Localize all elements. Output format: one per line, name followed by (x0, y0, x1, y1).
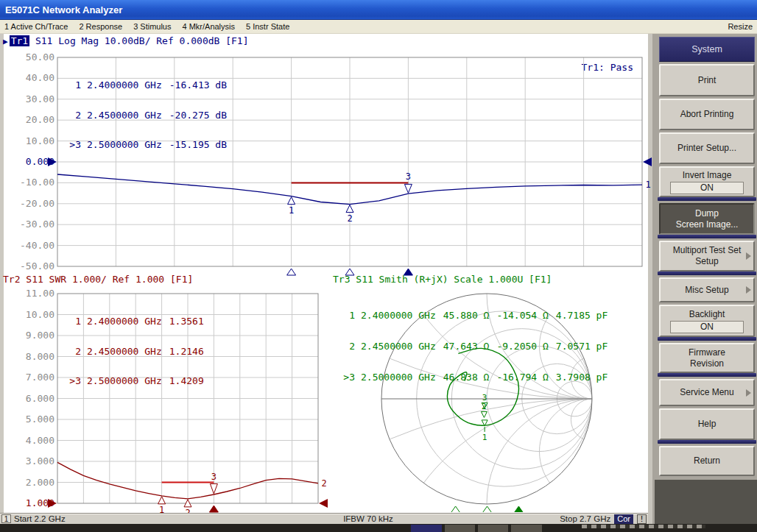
tr3-marker-table: 12.4000000 GHz45.880 Ω-14.054 Ω4.7185 pF… (336, 290, 608, 403)
button-label: Dump (695, 208, 719, 219)
marker-number: 1 (62, 80, 81, 91)
softkey-help[interactable]: Help (659, 408, 755, 440)
svg-text:2: 2 (347, 213, 352, 224)
tr2-header[interactable]: Tr2 S11 SWR 1.000/ Ref 1.000 [F1] (3, 274, 193, 285)
marker-freq: 2.4000000 GHz (87, 316, 162, 327)
taskbar-button[interactable] (445, 525, 475, 532)
marker-resistance: 45.880 Ω (443, 311, 490, 321)
softkey-menu-title: System (659, 37, 755, 62)
marker-value: -15.195 dB (169, 140, 227, 150)
backlight-toggle-state: ON (670, 321, 744, 333)
button-label: Screen Image... (676, 219, 739, 230)
menu-stimulus[interactable]: 3 Stimulus (133, 22, 171, 31)
softkey-separator (658, 440, 756, 444)
svg-text:1: 1 (645, 180, 650, 190)
marker-freq: 2.5000000 GHz (361, 372, 436, 383)
softkey-service-menu[interactable]: Service Menu (659, 379, 755, 406)
marker-freq: 2.4000000 GHz (87, 80, 162, 91)
taskbar-button[interactable] (478, 525, 508, 532)
smith-stimulus-marker[interactable] (451, 506, 461, 512)
marker-number: >3 (336, 372, 355, 383)
table-row: 22.4500000 GHz1.2146 (62, 347, 204, 357)
button-label: Multiport Test Set (673, 245, 741, 256)
smith-marker-1[interactable]: 1 (482, 420, 487, 442)
softkey-dump-screen-image[interactable]: Dump Screen Image... (659, 203, 755, 235)
softkey-backlight[interactable]: Backlight ON (659, 305, 755, 337)
button-label: Print (698, 75, 716, 86)
marker-resistance: 46.838 Ω (443, 372, 490, 383)
clipped-clock-text (582, 525, 705, 528)
ref-level-arrow-left[interactable] (48, 499, 57, 508)
marker-value: 1.3561 (169, 316, 204, 327)
clipped-taskbar-strip (0, 524, 757, 532)
correction-badge: Cor (614, 514, 633, 524)
button-label: Setup (695, 256, 718, 267)
svg-text:1: 1 (289, 205, 294, 216)
table-row: 12.4000000 GHz1.3561 (62, 316, 204, 327)
alert-badge[interactable]: ! (637, 514, 647, 524)
trace-marker-2[interactable]: 2 (346, 205, 353, 224)
marker-freq: 2.4500000 GHz (87, 347, 162, 357)
marker-freq: 2.5000000 GHz (87, 376, 162, 386)
softkey-separator (658, 235, 756, 238)
button-label: Misc Setup (685, 285, 728, 296)
stimulus-marker-1[interactable] (287, 269, 296, 275)
button-label: Help (698, 419, 716, 430)
stop-frequency: Stop 2.7 GHz (560, 514, 610, 523)
tr1-header[interactable]: ▶Tr1 S11 Log Mag 10.00dB/ Ref 0.000dB [F… (3, 35, 249, 46)
svg-text:3: 3 (406, 171, 411, 182)
softkey-abort-printing[interactable]: Abort Printing (659, 99, 755, 130)
marker-freq: 2.4000000 GHz (361, 311, 436, 321)
button-label: Service Menu (680, 387, 733, 398)
stimulus-marker-3[interactable] (209, 506, 218, 512)
tr1-label: Tr1 (10, 35, 29, 46)
svg-text:3: 3 (211, 472, 216, 482)
softkey-return[interactable]: Return (659, 446, 755, 476)
menubar: 1 Active Ch/Trace 2 Response 3 Stimulus … (0, 20, 757, 34)
invert-image-toggle-state: ON (670, 182, 744, 194)
taskbar-button[interactable] (411, 525, 442, 532)
softkey-firmware-revision[interactable]: Firmware Revision (659, 343, 755, 373)
channel-indicator: 1 (1, 514, 11, 523)
smith-stimulus-marker[interactable] (482, 506, 493, 512)
taskbar-button[interactable] (511, 525, 542, 532)
trace-marker-1[interactable]: 1 (288, 197, 295, 216)
window-title: E5071C Network Analyzer (5, 4, 122, 15)
marker-reactance: -16.794 Ω (496, 372, 548, 383)
marker-reactance: -14.054 Ω (496, 311, 548, 321)
ref-level-arrow-right[interactable] (643, 157, 652, 166)
table-row: 22.4500000 GHz47.643 Ω-9.2050 Ω7.0571 pF (336, 341, 608, 352)
menu-active-ch-trace[interactable]: 1 Active Ch/Trace (4, 22, 68, 31)
marker-value: 1.2146 (169, 347, 204, 357)
smith-marker-2[interactable]: 2 (481, 402, 487, 417)
softkey-printer-setup[interactable]: Printer Setup... (659, 132, 755, 164)
marker-freq: 2.4500000 GHz (361, 341, 436, 352)
svg-text:2: 2 (482, 402, 487, 411)
marker-freq: 2.5000000 GHz (87, 140, 162, 150)
ref-level-arrow-left[interactable] (48, 157, 57, 166)
smith-stimulus-marker[interactable] (513, 506, 524, 512)
marker-freq: 2.4500000 GHz (87, 110, 162, 121)
table-row: >32.5000000 GHz-15.195 dB (62, 140, 227, 150)
menu-mkr-analysis[interactable]: 4 Mkr/Analysis (182, 22, 235, 31)
menu-response[interactable]: 2 Response (79, 22, 122, 31)
marker-number: 1 (62, 316, 81, 327)
softkey-separator (658, 337, 756, 341)
softkey-separator (658, 197, 756, 201)
table-row: 22.4500000 GHz-20.275 dB (62, 110, 227, 121)
softkey-multiport-test-set-setup[interactable]: Multiport Test Set Setup (659, 241, 755, 272)
softkey-separator (658, 272, 756, 275)
start-frequency: Start 2.2 GHz (14, 514, 66, 523)
marker-number: >3 (62, 140, 81, 150)
button-label: Printer Setup... (677, 143, 736, 154)
softkey-misc-setup[interactable]: Misc Setup (659, 277, 755, 302)
active-trace-arrow-icon: ▶ (3, 37, 8, 46)
softkey-print[interactable]: Print (659, 64, 755, 96)
tr2-format-text: S11 SWR 1.000/ Ref 1.000 [F1] (20, 274, 193, 285)
marker-number: 1 (336, 311, 355, 321)
button-label: Firmware (689, 347, 725, 358)
menu-resize[interactable]: Resize (728, 22, 753, 31)
window-titlebar[interactable]: E5071C Network Analyzer (0, 0, 757, 20)
menu-instr-state[interactable]: 5 Instr State (246, 22, 289, 31)
softkey-invert-image[interactable]: Invert Image ON (659, 166, 755, 197)
